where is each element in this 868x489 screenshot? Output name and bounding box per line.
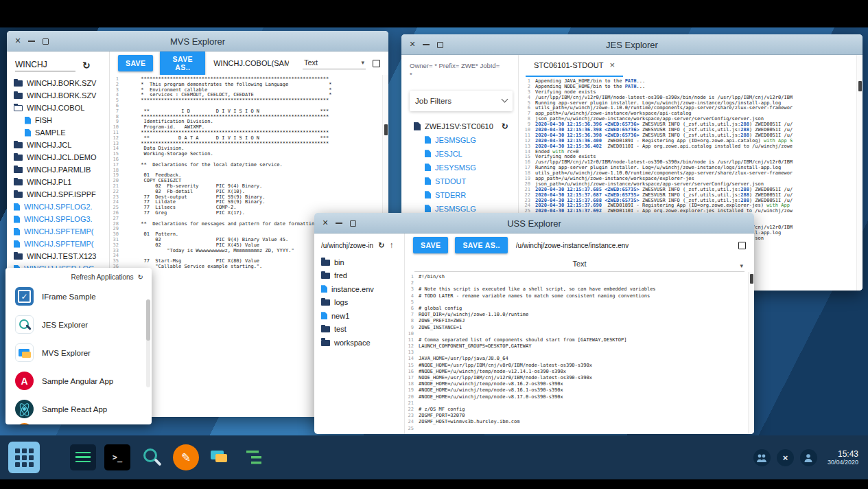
tree-item-label: fred: [334, 271, 347, 280]
tree-item[interactable]: JESJCL ↻: [407, 147, 513, 161]
tree-item[interactable]: bin: [314, 255, 404, 269]
tree-item-icon: [14, 80, 23, 87]
tab-stdout[interactable]: STC06101-STDOUT ×: [526, 54, 623, 77]
tree-item[interactable]: JESMSGLG ↻: [407, 133, 513, 147]
launcher-item[interactable]: Sample React App: [5, 395, 152, 423]
launcher-item[interactable]: [5, 423, 152, 424]
taskbar-app-icon[interactable]: [242, 444, 268, 470]
up-directory-icon[interactable]: ↑: [389, 240, 393, 250]
launcher-item[interactable]: JES Explorer: [5, 310, 152, 339]
current-path[interactable]: /u/winchj/zowe-in: [321, 242, 373, 249]
scrollbar-thumb[interactable]: [750, 274, 753, 284]
line-text: "Today is Wwwwwwwwwwz, Mmmmmmmmmz ZD, YY…: [124, 249, 294, 254]
taskbar-app-icon[interactable]: [104, 444, 130, 470]
tree-item[interactable]: FISH: [7, 114, 109, 126]
job-filters-expander[interactable]: Job Filters: [410, 91, 513, 111]
save-as-button[interactable]: SAVE AS..: [160, 51, 205, 76]
refresh-icon[interactable]: ↻: [82, 60, 91, 71]
tree-item[interactable]: SAMPLE: [7, 126, 109, 139]
tree-item-label: WINCHJ.TEST.X123: [27, 252, 96, 260]
line-text: #NODE_HOME=/usr/lpp/IBM/cnj/v8r0/IBM/nod…: [419, 363, 592, 369]
launcher-item[interactable]: MVS Explorer: [5, 339, 152, 367]
tree-item[interactable]: WINCHJ.PL1: [7, 176, 109, 188]
refresh-icon[interactable]: ↻: [502, 122, 508, 131]
save-button[interactable]: SAVE: [118, 55, 153, 71]
tree-item[interactable]: WINCHJ.SPFLOG2.: [7, 201, 109, 213]
line-text: ** Declarations for messages and pattern…: [124, 222, 317, 227]
taskbar-app-icon[interactable]: [70, 444, 96, 470]
dataset-filter-input[interactable]: [15, 58, 75, 71]
code-editor[interactable]: 1 #!/bin/sh 2 3 # Note this script is ex…: [405, 272, 754, 434]
window-titlebar[interactable]: × JES Explorer: [401, 34, 863, 55]
fullscreen-icon[interactable]: [373, 60, 380, 67]
tree-item[interactable]: instance.env: [314, 282, 404, 296]
tree-item[interactable]: STDERR ↻: [407, 188, 513, 202]
app-icon: [15, 372, 34, 390]
launcher-item[interactable]: IFrame Sample: [5, 282, 152, 310]
tree-item[interactable]: WINCHJ.SPFLOG3.: [7, 213, 109, 225]
tree-item[interactable]: fred: [314, 269, 404, 283]
tree-item-icon: [25, 117, 31, 124]
code-line: 4 # TODO LATER - rename variable names t…: [405, 293, 754, 299]
user-account-icon[interactable]: [800, 449, 817, 466]
scrollbar-thumb[interactable]: [146, 299, 150, 341]
tree-item[interactable]: ZWEJ1SV:STC0610 ↻: [407, 120, 513, 133]
tree-item[interactable]: WINCHJ.PARMLIB: [7, 163, 109, 176]
syntax-mode-select[interactable]: Text ▾: [414, 257, 744, 272]
tree-item[interactable]: WINCHJ.SPF.ISPPF: [7, 188, 109, 201]
save-button[interactable]: SAVE: [413, 237, 448, 253]
tree-item[interactable]: WINCHJ.TEST.X123: [7, 250, 109, 262]
output-scrollbar[interactable]: [856, 55, 863, 291]
tab-close-icon[interactable]: ×: [609, 60, 615, 70]
close-all-icon[interactable]: ×: [777, 449, 794, 466]
tree-item-label: WINCHJ.JCL: [27, 141, 71, 149]
app-launcher-panel: Refresh Applications ↻ IFrame Sample JES…: [5, 268, 152, 424]
tree-item[interactable]: STDOUT ↻: [407, 174, 513, 188]
panel-scrollbar[interactable]: [146, 299, 150, 387]
taskbar-app-icon[interactable]: [207, 444, 233, 470]
tree-item[interactable]: JESYSMSG ↻: [407, 161, 513, 174]
tree-item[interactable]: WINCHJ.JCL.DEMO: [7, 151, 109, 163]
line-number: 20: [405, 394, 419, 400]
users-icon[interactable]: [753, 449, 771, 466]
scrollbar-thumb[interactable]: [384, 124, 388, 135]
tree-item-label: logs: [334, 298, 348, 306]
refresh-icon[interactable]: ↻: [378, 241, 384, 250]
window-title: JES Explorer: [401, 40, 863, 50]
refresh-applications-button[interactable]: Refresh Applications ↻: [5, 268, 152, 282]
code-line: 5: [405, 299, 754, 306]
syntax-mode-select[interactable]: Text ▾: [303, 57, 366, 69]
tree-item-icon: [14, 192, 23, 198]
tree-item[interactable]: WINCHJ.JCL: [7, 139, 109, 151]
tree-item[interactable]: WINCHJ.BORK.SZV: [7, 77, 109, 89]
tree-item[interactable]: test: [314, 323, 404, 337]
code-line: 6 # global config: [405, 306, 754, 312]
editor-scrollbar[interactable]: [748, 272, 754, 434]
tree-item-icon: [321, 340, 330, 346]
save-as-button[interactable]: SAVE AS..: [455, 237, 507, 253]
tree-item[interactable]: WINCHJ.SPFTEMP(: [7, 225, 109, 238]
job-filters-label: Job Filters: [415, 97, 451, 105]
tree-item-label: WINCHJ.PARMLIB: [27, 166, 91, 174]
taskbar-app-icon[interactable]: [139, 444, 165, 470]
tree-item[interactable]: logs: [314, 296, 404, 310]
fullscreen-icon[interactable]: [738, 242, 746, 249]
window-titlebar[interactable]: × USS Explorer: [314, 213, 754, 234]
code-line: 9 ZOWE_INSTANCE=1: [405, 325, 754, 331]
tab-bar: STC06101-STDOUT ×: [519, 55, 863, 77]
tree-item[interactable]: WINCHJ.SPFTEMP(: [7, 238, 109, 250]
launcher-item[interactable]: Sample Angular App: [5, 367, 152, 395]
line-text: # Note this script is executed like a sh…: [419, 286, 656, 293]
tree-item[interactable]: new1: [314, 309, 404, 323]
scrollbar-thumb[interactable]: [858, 81, 862, 91]
tree-item-icon: [425, 177, 431, 185]
tree-item-icon: [25, 129, 31, 137]
tree-item[interactable]: WINCHJ.BORK.SZV: [7, 89, 109, 102]
code-line: 12 LAUNCH_COMPONENT_GROUPS=DESKTOP,GATEW…: [405, 343, 754, 350]
taskbar-app-icon[interactable]: [173, 444, 199, 470]
code-line: 3 # Note this script is executed like a …: [405, 286, 754, 293]
tree-item[interactable]: workspace: [314, 336, 404, 350]
window-titlebar[interactable]: × MVS Explorer: [7, 31, 388, 52]
app-launcher-button[interactable]: [8, 442, 40, 473]
tree-item[interactable]: WINCHJ.COBOL: [7, 102, 109, 114]
